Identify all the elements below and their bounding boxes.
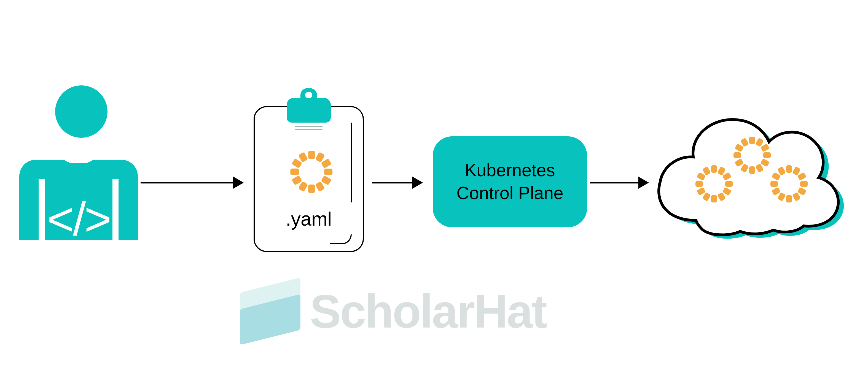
developer-head-icon bbox=[55, 86, 107, 138]
diagram-stage: </> .yaml Kubernetes Control Plane bbox=[0, 0, 868, 365]
yaml-clipboard: .yaml bbox=[254, 98, 364, 252]
clipboard-side-line bbox=[351, 123, 352, 202]
control-plane-label: Kubernetes Control Plane bbox=[457, 159, 563, 205]
watermark-text: ScholarHat bbox=[310, 288, 546, 335]
cloud-ring-icon-1 bbox=[693, 163, 735, 204]
developer-arm-gap-right bbox=[113, 179, 119, 240]
deployment-ring-icon bbox=[288, 148, 335, 195]
cloud-cluster bbox=[649, 102, 847, 245]
arrow-dev-to-yaml bbox=[141, 182, 243, 184]
developer-icon: </> bbox=[19, 86, 138, 240]
cloud-ring-icon-2 bbox=[731, 134, 773, 176]
developer-body-icon: </> bbox=[19, 140, 138, 240]
clipboard-clip bbox=[287, 98, 331, 123]
scholarhat-logo-icon bbox=[240, 284, 301, 339]
developer-arm-gap-left bbox=[39, 179, 45, 240]
arrow-yaml-to-controlplane bbox=[372, 182, 422, 184]
arrow-controlplane-to-cloud bbox=[590, 182, 648, 184]
control-plane-box: Kubernetes Control Plane bbox=[433, 136, 587, 227]
code-glyph: </> bbox=[47, 196, 110, 242]
yaml-label: .yaml bbox=[285, 208, 332, 230]
clipboard-lines bbox=[295, 125, 322, 132]
scholarhat-watermark: ScholarHat bbox=[240, 284, 546, 339]
cloud-ring-icon-3 bbox=[768, 163, 810, 204]
